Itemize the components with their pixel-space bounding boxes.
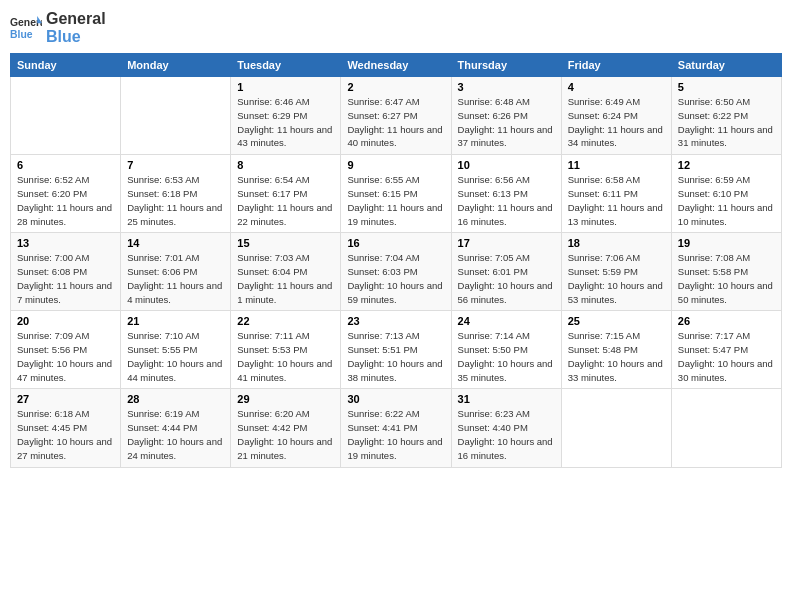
day-cell-2-2: 7Sunrise: 6:53 AM Sunset: 6:18 PM Daylig… xyxy=(121,155,231,233)
logo: General Blue General Blue xyxy=(10,10,106,45)
calendar-table: SundayMondayTuesdayWednesdayThursdayFrid… xyxy=(10,53,782,467)
day-cell-5-2: 28Sunrise: 6:19 AM Sunset: 4:44 PM Dayli… xyxy=(121,389,231,467)
day-number: 21 xyxy=(127,315,224,327)
day-info: Sunrise: 7:10 AM Sunset: 5:55 PM Dayligh… xyxy=(127,329,224,384)
day-cell-5-4: 30Sunrise: 6:22 AM Sunset: 4:41 PM Dayli… xyxy=(341,389,451,467)
day-info: Sunrise: 7:00 AM Sunset: 6:08 PM Dayligh… xyxy=(17,251,114,306)
day-info: Sunrise: 7:11 AM Sunset: 5:53 PM Dayligh… xyxy=(237,329,334,384)
day-cell-2-1: 6Sunrise: 6:52 AM Sunset: 6:20 PM Daylig… xyxy=(11,155,121,233)
weekday-header-wednesday: Wednesday xyxy=(341,54,451,77)
day-info: Sunrise: 6:48 AM Sunset: 6:26 PM Dayligh… xyxy=(458,95,555,150)
day-cell-2-7: 12Sunrise: 6:59 AM Sunset: 6:10 PM Dayli… xyxy=(671,155,781,233)
svg-text:Blue: Blue xyxy=(10,28,33,39)
day-info: Sunrise: 6:50 AM Sunset: 6:22 PM Dayligh… xyxy=(678,95,775,150)
day-number: 13 xyxy=(17,237,114,249)
week-row-1: 1Sunrise: 6:46 AM Sunset: 6:29 PM Daylig… xyxy=(11,77,782,155)
day-number: 12 xyxy=(678,159,775,171)
day-info: Sunrise: 7:08 AM Sunset: 5:58 PM Dayligh… xyxy=(678,251,775,306)
weekday-header-monday: Monday xyxy=(121,54,231,77)
day-number: 8 xyxy=(237,159,334,171)
day-info: Sunrise: 7:03 AM Sunset: 6:04 PM Dayligh… xyxy=(237,251,334,306)
day-info: Sunrise: 6:19 AM Sunset: 4:44 PM Dayligh… xyxy=(127,407,224,462)
day-number: 26 xyxy=(678,315,775,327)
weekday-header-thursday: Thursday xyxy=(451,54,561,77)
day-cell-3-1: 13Sunrise: 7:00 AM Sunset: 6:08 PM Dayli… xyxy=(11,233,121,311)
day-info: Sunrise: 6:49 AM Sunset: 6:24 PM Dayligh… xyxy=(568,95,665,150)
weekday-header-saturday: Saturday xyxy=(671,54,781,77)
day-cell-4-6: 25Sunrise: 7:15 AM Sunset: 5:48 PM Dayli… xyxy=(561,311,671,389)
day-cell-4-7: 26Sunrise: 7:17 AM Sunset: 5:47 PM Dayli… xyxy=(671,311,781,389)
day-number: 23 xyxy=(347,315,444,327)
day-cell-1-6: 4Sunrise: 6:49 AM Sunset: 6:24 PM Daylig… xyxy=(561,77,671,155)
page-header: General Blue General Blue xyxy=(10,10,782,45)
day-number: 31 xyxy=(458,393,555,405)
day-number: 29 xyxy=(237,393,334,405)
day-cell-4-2: 21Sunrise: 7:10 AM Sunset: 5:55 PM Dayli… xyxy=(121,311,231,389)
day-number: 20 xyxy=(17,315,114,327)
day-cell-3-4: 16Sunrise: 7:04 AM Sunset: 6:03 PM Dayli… xyxy=(341,233,451,311)
day-cell-3-5: 17Sunrise: 7:05 AM Sunset: 6:01 PM Dayli… xyxy=(451,233,561,311)
day-info: Sunrise: 6:55 AM Sunset: 6:15 PM Dayligh… xyxy=(347,173,444,228)
week-row-4: 20Sunrise: 7:09 AM Sunset: 5:56 PM Dayli… xyxy=(11,311,782,389)
day-cell-5-5: 31Sunrise: 6:23 AM Sunset: 4:40 PM Dayli… xyxy=(451,389,561,467)
day-info: Sunrise: 7:14 AM Sunset: 5:50 PM Dayligh… xyxy=(458,329,555,384)
day-info: Sunrise: 6:46 AM Sunset: 6:29 PM Dayligh… xyxy=(237,95,334,150)
day-number: 7 xyxy=(127,159,224,171)
day-number: 24 xyxy=(458,315,555,327)
day-info: Sunrise: 6:59 AM Sunset: 6:10 PM Dayligh… xyxy=(678,173,775,228)
day-cell-1-2 xyxy=(121,77,231,155)
day-number: 17 xyxy=(458,237,555,249)
day-cell-4-4: 23Sunrise: 7:13 AM Sunset: 5:51 PM Dayli… xyxy=(341,311,451,389)
day-number: 11 xyxy=(568,159,665,171)
day-info: Sunrise: 7:04 AM Sunset: 6:03 PM Dayligh… xyxy=(347,251,444,306)
day-number: 18 xyxy=(568,237,665,249)
day-cell-1-5: 3Sunrise: 6:48 AM Sunset: 6:26 PM Daylig… xyxy=(451,77,561,155)
weekday-header-friday: Friday xyxy=(561,54,671,77)
day-cell-2-4: 9Sunrise: 6:55 AM Sunset: 6:15 PM Daylig… xyxy=(341,155,451,233)
day-info: Sunrise: 6:56 AM Sunset: 6:13 PM Dayligh… xyxy=(458,173,555,228)
day-cell-1-3: 1Sunrise: 6:46 AM Sunset: 6:29 PM Daylig… xyxy=(231,77,341,155)
week-row-3: 13Sunrise: 7:00 AM Sunset: 6:08 PM Dayli… xyxy=(11,233,782,311)
day-cell-1-7: 5Sunrise: 6:50 AM Sunset: 6:22 PM Daylig… xyxy=(671,77,781,155)
day-info: Sunrise: 7:09 AM Sunset: 5:56 PM Dayligh… xyxy=(17,329,114,384)
day-number: 30 xyxy=(347,393,444,405)
day-cell-5-7 xyxy=(671,389,781,467)
day-cell-1-4: 2Sunrise: 6:47 AM Sunset: 6:27 PM Daylig… xyxy=(341,77,451,155)
day-info: Sunrise: 6:58 AM Sunset: 6:11 PM Dayligh… xyxy=(568,173,665,228)
weekday-header-tuesday: Tuesday xyxy=(231,54,341,77)
day-number: 2 xyxy=(347,81,444,93)
day-cell-5-6 xyxy=(561,389,671,467)
day-number: 16 xyxy=(347,237,444,249)
day-number: 25 xyxy=(568,315,665,327)
day-info: Sunrise: 6:18 AM Sunset: 4:45 PM Dayligh… xyxy=(17,407,114,462)
logo-general-text: General xyxy=(46,10,106,28)
day-info: Sunrise: 7:13 AM Sunset: 5:51 PM Dayligh… xyxy=(347,329,444,384)
day-info: Sunrise: 6:52 AM Sunset: 6:20 PM Dayligh… xyxy=(17,173,114,228)
day-cell-5-1: 27Sunrise: 6:18 AM Sunset: 4:45 PM Dayli… xyxy=(11,389,121,467)
day-number: 27 xyxy=(17,393,114,405)
week-row-2: 6Sunrise: 6:52 AM Sunset: 6:20 PM Daylig… xyxy=(11,155,782,233)
day-cell-3-3: 15Sunrise: 7:03 AM Sunset: 6:04 PM Dayli… xyxy=(231,233,341,311)
weekday-header-sunday: Sunday xyxy=(11,54,121,77)
day-number: 10 xyxy=(458,159,555,171)
day-number: 22 xyxy=(237,315,334,327)
day-info: Sunrise: 7:01 AM Sunset: 6:06 PM Dayligh… xyxy=(127,251,224,306)
day-info: Sunrise: 7:05 AM Sunset: 6:01 PM Dayligh… xyxy=(458,251,555,306)
day-info: Sunrise: 7:06 AM Sunset: 5:59 PM Dayligh… xyxy=(568,251,665,306)
day-info: Sunrise: 7:15 AM Sunset: 5:48 PM Dayligh… xyxy=(568,329,665,384)
day-number: 14 xyxy=(127,237,224,249)
day-cell-4-5: 24Sunrise: 7:14 AM Sunset: 5:50 PM Dayli… xyxy=(451,311,561,389)
week-row-5: 27Sunrise: 6:18 AM Sunset: 4:45 PM Dayli… xyxy=(11,389,782,467)
day-info: Sunrise: 7:17 AM Sunset: 5:47 PM Dayligh… xyxy=(678,329,775,384)
day-number: 9 xyxy=(347,159,444,171)
day-number: 3 xyxy=(458,81,555,93)
day-number: 1 xyxy=(237,81,334,93)
day-cell-2-6: 11Sunrise: 6:58 AM Sunset: 6:11 PM Dayli… xyxy=(561,155,671,233)
day-info: Sunrise: 6:54 AM Sunset: 6:17 PM Dayligh… xyxy=(237,173,334,228)
day-info: Sunrise: 6:53 AM Sunset: 6:18 PM Dayligh… xyxy=(127,173,224,228)
day-cell-2-5: 10Sunrise: 6:56 AM Sunset: 6:13 PM Dayli… xyxy=(451,155,561,233)
day-number: 6 xyxy=(17,159,114,171)
day-cell-3-2: 14Sunrise: 7:01 AM Sunset: 6:06 PM Dayli… xyxy=(121,233,231,311)
day-number: 28 xyxy=(127,393,224,405)
day-info: Sunrise: 6:47 AM Sunset: 6:27 PM Dayligh… xyxy=(347,95,444,150)
